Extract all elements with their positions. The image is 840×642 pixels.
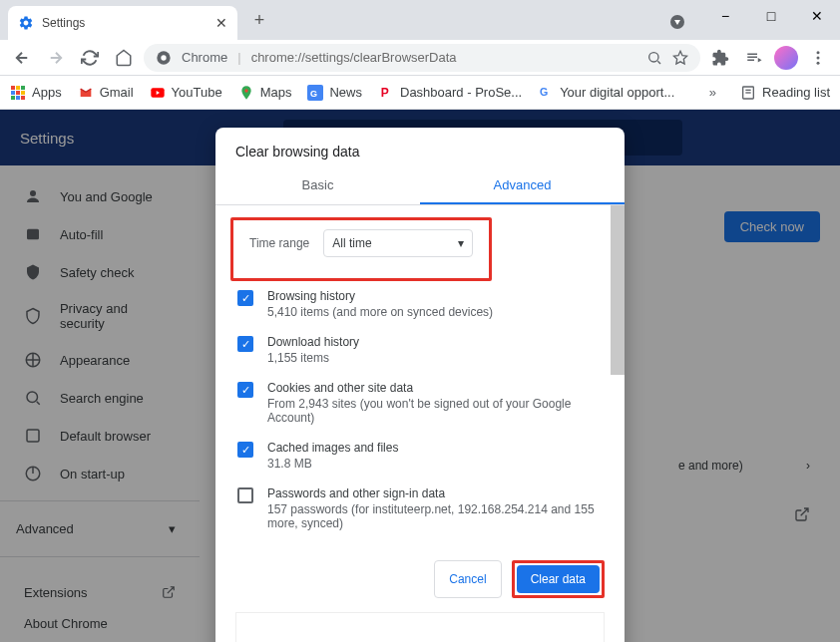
time-range-select[interactable]: All time ▾ — [323, 229, 473, 257]
browser-toolbar: Chrome | chrome://settings/clearBrowserD… — [0, 40, 840, 76]
pinterest-icon: P — [378, 85, 394, 101]
youtube-icon — [150, 85, 166, 101]
tab-advanced[interactable]: Advanced — [420, 167, 625, 204]
minimize-button[interactable]: − — [702, 0, 748, 32]
browser-tab[interactable]: Settings ✕ — [8, 6, 237, 40]
profile-avatar[interactable] — [774, 46, 798, 70]
maps-icon — [238, 85, 254, 101]
clear-data-button[interactable]: Clear data — [517, 565, 600, 593]
back-button[interactable] — [8, 44, 36, 72]
maximize-button[interactable]: □ — [748, 0, 794, 32]
check-title: Download history — [267, 335, 359, 349]
bookmarks-overflow[interactable]: » — [709, 85, 716, 100]
apps-icon — [10, 85, 26, 101]
svg-text:G: G — [310, 89, 317, 99]
svg-point-6 — [817, 51, 820, 54]
check-title: Cookies and other site data — [267, 381, 595, 395]
svg-rect-11 — [21, 86, 25, 90]
checkbox[interactable]: ✓ — [237, 336, 253, 352]
clear-browsing-data-dialog: Clear browsing data Basic Advanced Time … — [215, 128, 625, 642]
checkbox[interactable]: ✓ — [237, 382, 253, 398]
sync-box — [235, 612, 605, 642]
menu-button[interactable] — [804, 44, 832, 72]
gmail-icon — [78, 85, 94, 101]
maps-bookmark[interactable]: Maps — [238, 85, 292, 101]
home-button[interactable] — [110, 44, 138, 72]
svg-rect-15 — [11, 96, 15, 100]
digital-bookmark[interactable]: G Your digital opport... — [538, 85, 674, 101]
close-tab-icon[interactable]: ✕ — [215, 15, 227, 31]
close-window-button[interactable]: ✕ — [794, 0, 840, 32]
svg-rect-14 — [21, 91, 25, 95]
check-item-2[interactable]: ✓Cookies and other site dataFrom 2,943 s… — [237, 373, 595, 433]
address-bar[interactable]: Chrome | chrome://settings/clearBrowserD… — [144, 44, 700, 72]
svg-point-7 — [817, 56, 820, 59]
checkbox[interactable]: ✓ — [237, 442, 253, 458]
check-subtitle: 157 passwords (for instituteerp.net, 192… — [267, 502, 595, 530]
check-subtitle: 1,155 items — [267, 351, 359, 365]
check-subtitle: From 2,943 sites (you won't be signed ou… — [267, 397, 595, 425]
bookmarks-bar: Apps Gmail YouTube Maps G News P Dashboa… — [0, 76, 840, 110]
svg-point-20 — [244, 89, 247, 92]
extensions-icon[interactable] — [706, 44, 734, 72]
chrome-icon — [156, 50, 172, 66]
check-item-1[interactable]: ✓Download history1,155 items — [237, 327, 595, 373]
url-text: chrome://settings/clearBrowserData — [251, 50, 457, 65]
svg-text:G: G — [540, 86, 548, 98]
check-subtitle: 31.8 MB — [267, 457, 398, 471]
check-title: Browsing history — [267, 289, 493, 303]
search-icon[interactable] — [646, 50, 662, 66]
news-bookmark[interactable]: G News — [307, 85, 362, 101]
incognito-icon — [654, 6, 700, 38]
cancel-button[interactable]: Cancel — [434, 560, 501, 598]
svg-rect-10 — [16, 86, 20, 90]
svg-text:P: P — [381, 86, 389, 100]
checkbox[interactable] — [237, 487, 253, 503]
reload-button[interactable] — [76, 44, 104, 72]
reading-list-icon — [740, 85, 756, 101]
news-icon: G — [307, 85, 323, 101]
dashboard-bookmark[interactable]: P Dashboard - ProSe... — [378, 85, 522, 101]
svg-rect-17 — [21, 96, 25, 100]
reading-list[interactable]: Reading list — [740, 85, 830, 101]
tab-basic[interactable]: Basic — [215, 167, 420, 204]
url-label: Chrome — [182, 50, 227, 65]
svg-rect-13 — [16, 91, 20, 95]
check-subtitle: 5,410 items (and more on synced devices) — [267, 305, 493, 319]
checkbox[interactable]: ✓ — [237, 290, 253, 306]
playlist-icon[interactable] — [740, 44, 768, 72]
svg-marker-5 — [673, 51, 686, 64]
tab-title: Settings — [42, 16, 85, 30]
svg-rect-16 — [16, 96, 20, 100]
youtube-bookmark[interactable]: YouTube — [150, 85, 222, 101]
new-tab-button[interactable]: + — [245, 6, 273, 34]
svg-rect-12 — [11, 91, 15, 95]
apps-bookmark[interactable]: Apps — [10, 85, 62, 101]
svg-rect-9 — [11, 86, 15, 90]
check-item-0[interactable]: ✓Browsing history5,410 items (and more o… — [237, 281, 595, 327]
gmail-bookmark[interactable]: Gmail — [78, 85, 134, 101]
check-item-4[interactable]: Passwords and other sign-in data157 pass… — [237, 479, 595, 538]
dialog-scrollbar[interactable] — [611, 205, 625, 375]
dropdown-icon: ▾ — [458, 236, 464, 250]
gear-icon — [18, 15, 34, 31]
dialog-title: Clear browsing data — [215, 128, 625, 167]
check-title: Passwords and other sign-in data — [267, 486, 595, 500]
check-title: Cached images and files — [267, 441, 398, 455]
svg-point-3 — [161, 55, 166, 60]
time-range-label: Time range — [249, 236, 309, 250]
svg-point-4 — [649, 52, 658, 61]
check-item-3[interactable]: ✓Cached images and files31.8 MB — [237, 433, 595, 479]
forward-button[interactable] — [42, 44, 70, 72]
svg-point-8 — [817, 61, 820, 64]
google-icon: G — [538, 85, 554, 101]
star-icon[interactable] — [672, 50, 688, 66]
